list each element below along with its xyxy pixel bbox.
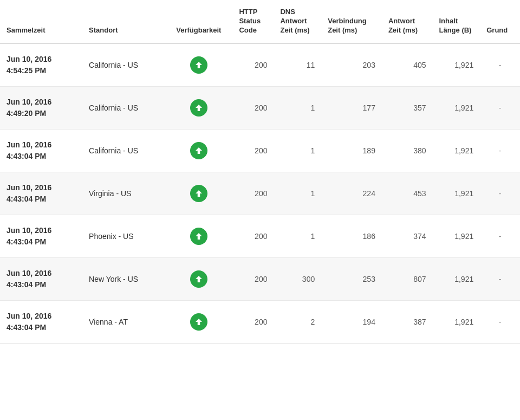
header-dns-antwort: DNS Antwort Zeit (ms) bbox=[274, 0, 321, 43]
cell-date: Jun 10, 2016 4:43:04 PM bbox=[0, 172, 82, 215]
cell-standort: California - US bbox=[82, 86, 165, 129]
cell-date: Jun 10, 2016 4:43:04 PM bbox=[0, 300, 82, 343]
cell-grund: - bbox=[480, 172, 520, 215]
location-value: California - US bbox=[89, 61, 138, 69]
cell-verbindung-zeit: 203 bbox=[321, 43, 382, 87]
cell-antwort-zeit: 807 bbox=[382, 257, 433, 300]
cell-standort: California - US bbox=[82, 43, 165, 87]
cell-dns-antwort: 300 bbox=[274, 257, 321, 300]
cell-dns-antwort: 1 bbox=[274, 129, 321, 172]
cell-inhalt-laenge: 1,921 bbox=[433, 300, 480, 343]
cell-availability bbox=[165, 172, 232, 215]
cell-inhalt-laenge: 1,921 bbox=[433, 172, 480, 215]
location-value: Virginia - US bbox=[89, 189, 131, 198]
cell-grund: - bbox=[480, 129, 520, 172]
cell-availability bbox=[165, 129, 232, 172]
date-value: Jun 10, 2016 bbox=[6, 312, 51, 320]
cell-grund: - bbox=[480, 215, 520, 257]
location-value: New York - US bbox=[89, 275, 138, 283]
time-value: 4:43:04 PM bbox=[6, 195, 46, 203]
cell-grund: - bbox=[480, 257, 520, 300]
cell-date: Jun 10, 2016 4:49:20 PM bbox=[0, 86, 82, 129]
cell-antwort-zeit: 357 bbox=[382, 86, 433, 129]
cell-antwort-zeit: 387 bbox=[382, 300, 433, 343]
cell-inhalt-laenge: 1,921 bbox=[433, 215, 480, 257]
cell-inhalt-laenge: 1,921 bbox=[433, 129, 480, 172]
table-header-row: Sammelzeit Standort Verfügbarkeit HTTP S… bbox=[0, 0, 520, 43]
cell-inhalt-laenge: 1,921 bbox=[433, 43, 480, 87]
cell-availability bbox=[165, 43, 232, 87]
header-sammelzeit: Sammelzeit bbox=[0, 0, 82, 43]
time-value: 4:43:04 PM bbox=[6, 280, 46, 289]
availability-up-icon bbox=[190, 185, 207, 202]
cell-date: Jun 10, 2016 4:54:25 PM bbox=[0, 43, 82, 87]
availability-up-icon bbox=[190, 99, 207, 117]
table-row: Jun 10, 2016 4:43:04 PM Phoenix - US 200… bbox=[0, 215, 520, 257]
header-standort: Standort bbox=[82, 0, 165, 43]
cell-dns-antwort: 11 bbox=[274, 43, 321, 87]
table-row: Jun 10, 2016 4:43:04 PM New York - US 20… bbox=[0, 257, 520, 300]
cell-verbindung-zeit: 186 bbox=[321, 215, 382, 257]
cell-http-status: 200 bbox=[232, 129, 274, 172]
time-value: 4:43:04 PM bbox=[6, 323, 46, 332]
cell-http-status: 200 bbox=[232, 172, 274, 215]
availability-up-icon bbox=[190, 313, 207, 331]
cell-availability bbox=[165, 86, 232, 129]
cell-availability bbox=[165, 215, 232, 257]
header-verbindung: Verbindung Zeit (ms) bbox=[321, 0, 382, 43]
cell-http-status: 200 bbox=[232, 43, 274, 87]
header-antwort: Antwort Zeit (ms) bbox=[382, 0, 433, 43]
header-inhalt: Inhalt Länge (B) bbox=[433, 0, 480, 43]
cell-http-status: 200 bbox=[232, 215, 274, 257]
cell-standort: New York - US bbox=[82, 257, 165, 300]
cell-antwort-zeit: 453 bbox=[382, 172, 433, 215]
location-value: California - US bbox=[89, 146, 138, 155]
time-value: 4:54:25 PM bbox=[6, 66, 46, 75]
cell-inhalt-laenge: 1,921 bbox=[433, 86, 480, 129]
cell-dns-antwort: 2 bbox=[274, 300, 321, 343]
cell-availability bbox=[165, 257, 232, 300]
time-value: 4:43:04 PM bbox=[6, 237, 46, 246]
cell-date: Jun 10, 2016 4:43:04 PM bbox=[0, 129, 82, 172]
cell-grund: - bbox=[480, 86, 520, 129]
table-row: Jun 10, 2016 4:43:04 PM Virginia - US 20… bbox=[0, 172, 520, 215]
cell-verbindung-zeit: 189 bbox=[321, 129, 382, 172]
location-value: Phoenix - US bbox=[89, 232, 133, 241]
availability-up-icon bbox=[190, 56, 207, 74]
cell-verbindung-zeit: 253 bbox=[321, 257, 382, 300]
cell-http-status: 200 bbox=[232, 86, 274, 129]
cell-availability bbox=[165, 300, 232, 343]
cell-date: Jun 10, 2016 4:43:04 PM bbox=[0, 257, 82, 300]
cell-grund: - bbox=[480, 300, 520, 343]
cell-verbindung-zeit: 177 bbox=[321, 86, 382, 129]
date-value: Jun 10, 2016 bbox=[6, 55, 51, 63]
date-value: Jun 10, 2016 bbox=[6, 98, 51, 106]
time-value: 4:43:04 PM bbox=[6, 152, 46, 160]
cell-antwort-zeit: 374 bbox=[382, 215, 433, 257]
date-value: Jun 10, 2016 bbox=[6, 226, 51, 235]
location-value: California - US bbox=[89, 104, 138, 112]
cell-date: Jun 10, 2016 4:43:04 PM bbox=[0, 215, 82, 257]
cell-standort: Phoenix - US bbox=[82, 215, 165, 257]
cell-standort: California - US bbox=[82, 129, 165, 172]
header-grund: Grund bbox=[480, 0, 520, 43]
cell-standort: Vienna - AT bbox=[82, 300, 165, 343]
cell-grund: - bbox=[480, 43, 520, 87]
table-row: Jun 10, 2016 4:43:04 PM California - US … bbox=[0, 129, 520, 172]
cell-dns-antwort: 1 bbox=[274, 86, 321, 129]
date-value: Jun 10, 2016 bbox=[6, 140, 51, 149]
table-row: Jun 10, 2016 4:43:04 PM Vienna - AT 200 … bbox=[0, 300, 520, 343]
monitoring-table: Sammelzeit Standort Verfügbarkeit HTTP S… bbox=[0, 0, 520, 344]
header-verfugbarkeit: Verfügbarkeit bbox=[165, 0, 232, 43]
availability-up-icon bbox=[190, 228, 207, 245]
cell-http-status: 200 bbox=[232, 257, 274, 300]
table-row: Jun 10, 2016 4:49:20 PM California - US … bbox=[0, 86, 520, 129]
date-value: Jun 10, 2016 bbox=[6, 269, 51, 277]
cell-http-status: 200 bbox=[232, 300, 274, 343]
cell-standort: Virginia - US bbox=[82, 172, 165, 215]
cell-verbindung-zeit: 224 bbox=[321, 172, 382, 215]
cell-verbindung-zeit: 194 bbox=[321, 300, 382, 343]
time-value: 4:49:20 PM bbox=[6, 109, 46, 118]
cell-antwort-zeit: 380 bbox=[382, 129, 433, 172]
location-value: Vienna - AT bbox=[89, 318, 128, 326]
